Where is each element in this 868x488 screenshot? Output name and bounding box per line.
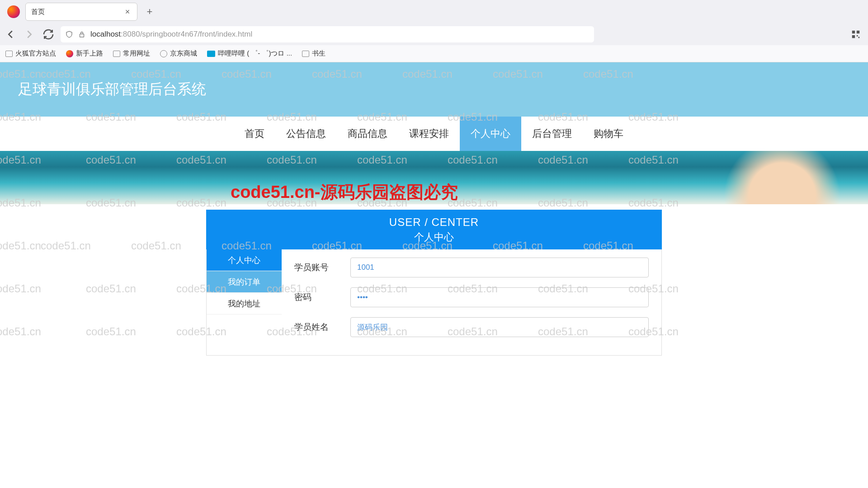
name-label: 学员姓名 xyxy=(294,321,350,333)
password-label: 密码 xyxy=(294,291,350,303)
nav-item-products[interactable]: 商品信息 xyxy=(337,117,398,151)
back-button[interactable] xyxy=(4,28,17,41)
nav-item-cart[interactable]: 购物车 xyxy=(583,117,634,151)
close-icon[interactable]: × xyxy=(123,8,132,16)
site-header: 足球青训俱乐部管理后台系统 xyxy=(0,62,868,117)
bookmarks-bar: 火狐官方站点 新手上路 常用网址 京东商城 哔哩哔哩 ( ゜- ゜)つロ ...… xyxy=(0,45,868,62)
hero-banner xyxy=(0,151,868,204)
site-title: 足球青训俱乐部管理后台系统 xyxy=(18,80,206,99)
svg-rect-5 xyxy=(859,37,860,38)
nav-item-home[interactable]: 首页 xyxy=(234,117,275,151)
nav-item-user-center[interactable]: 个人中心 xyxy=(460,117,521,151)
qr-icon[interactable] xyxy=(851,29,861,39)
bookmark-item[interactable]: 火狐官方站点 xyxy=(5,49,56,58)
name-input[interactable] xyxy=(350,317,649,337)
user-center-body: 个人中心 我的订单 我的地址 学员账号 密码 学员姓名 xyxy=(206,249,662,356)
forward-button[interactable] xyxy=(23,28,36,41)
lock-icon xyxy=(78,30,86,38)
form-row-password: 密码 xyxy=(294,287,649,307)
svg-rect-4 xyxy=(857,35,858,37)
sidebar-item-orders[interactable]: 我的订单 xyxy=(207,271,282,293)
nav-item-admin[interactable]: 后台管理 xyxy=(521,117,583,151)
account-input[interactable] xyxy=(350,258,649,277)
user-center-header: USER / CENTER 个人中心 xyxy=(206,210,662,249)
account-label: 学员账号 xyxy=(294,262,350,273)
bookmark-item[interactable]: 常用网址 xyxy=(113,49,150,58)
tab-title: 首页 xyxy=(31,8,123,16)
main-nav: 首页 公告信息 商品信息 课程安排 个人中心 后台管理 购物车 xyxy=(0,117,868,151)
content-wrap: USER / CENTER 个人中心 个人中心 我的订单 我的地址 学员账号 密… xyxy=(0,204,868,356)
nav-items: 首页 公告信息 商品信息 课程安排 个人中心 后台管理 购物车 xyxy=(234,117,634,151)
nav-item-courses[interactable]: 课程安排 xyxy=(398,117,460,151)
user-center-panel: USER / CENTER 个人中心 个人中心 我的订单 我的地址 学员账号 密… xyxy=(206,210,662,356)
nav-item-announcements[interactable]: 公告信息 xyxy=(275,117,337,151)
folder-icon xyxy=(302,51,309,57)
password-input[interactable] xyxy=(350,287,649,307)
svg-rect-3 xyxy=(852,35,855,38)
folder-icon xyxy=(113,51,120,57)
user-center-form: 学员账号 密码 学员姓名 xyxy=(282,249,661,355)
browser-tab[interactable]: 首页 × xyxy=(25,3,137,21)
page-content: 足球青训俱乐部管理后台系统 首页 公告信息 商品信息 课程安排 个人中心 后台管… xyxy=(0,62,868,356)
folder-icon xyxy=(5,51,13,57)
svg-rect-0 xyxy=(80,34,84,37)
sidebar-item-profile[interactable]: 个人中心 xyxy=(207,249,282,271)
svg-rect-2 xyxy=(857,31,859,33)
form-row-name: 学员姓名 xyxy=(294,317,649,337)
tab-strip: 首页 × + xyxy=(0,0,868,23)
browser-chrome: 首页 × + localhost:8080/springbootr4n67/fr… xyxy=(0,0,868,62)
address-bar: localhost:8080/springbootr4n67/front/ind… xyxy=(0,23,868,45)
uc-title-en: USER / CENTER xyxy=(206,216,662,229)
bilibili-icon xyxy=(207,51,215,57)
new-tab-button[interactable]: + xyxy=(143,5,156,19)
bookmark-item[interactable]: 哔哩哔哩 ( ゜- ゜)つロ ... xyxy=(207,49,292,58)
uc-title-cn: 个人中心 xyxy=(206,230,662,244)
url-input[interactable]: localhost:8080/springbootr4n67/front/ind… xyxy=(61,26,594,42)
bookmark-item[interactable]: 京东商城 xyxy=(160,49,197,58)
form-row-account: 学员账号 xyxy=(294,258,649,277)
globe-icon xyxy=(160,50,167,57)
user-center-sidebar: 个人中心 我的订单 我的地址 xyxy=(207,249,282,355)
url-text: localhost:8080/springbootr4n67/front/ind… xyxy=(90,30,590,39)
shield-icon xyxy=(65,30,73,38)
sidebar-item-address[interactable]: 我的地址 xyxy=(207,293,282,314)
firefox-logo-icon xyxy=(7,5,20,18)
reload-button[interactable] xyxy=(42,28,55,41)
bookmark-item[interactable]: 新手上路 xyxy=(66,49,103,58)
svg-rect-1 xyxy=(852,31,855,33)
firefox-icon xyxy=(66,50,73,57)
bookmark-item[interactable]: 书生 xyxy=(302,49,326,58)
